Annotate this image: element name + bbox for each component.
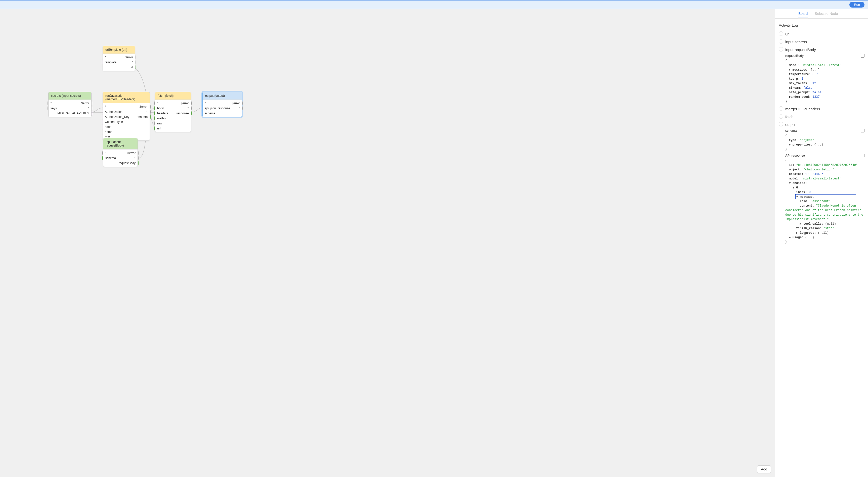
copy-icon[interactable] bbox=[861, 129, 865, 132]
node-title: fetch (fetch) bbox=[155, 92, 191, 100]
port-url: url bbox=[157, 127, 160, 130]
node-title: runJavascript (mergeHTTPHeaders) bbox=[103, 92, 150, 103]
port-content-type: Content-Type bbox=[105, 120, 123, 124]
port-headers-out: headers bbox=[137, 115, 148, 119]
port-star-out: * bbox=[188, 106, 189, 110]
node-title: urlTemplate (url) bbox=[103, 46, 135, 54]
port-error-out: $error bbox=[140, 105, 148, 108]
port-url-out: url bbox=[130, 66, 133, 69]
node-title: input (input-requestBody) bbox=[103, 138, 137, 150]
port-star-out: * bbox=[239, 106, 240, 110]
log-title: fetch bbox=[785, 114, 865, 120]
add-node-button[interactable]: Add bbox=[757, 466, 771, 473]
log-dot-icon bbox=[779, 39, 783, 44]
app-root: Run urlTemplate (url) * $error bbox=[0, 0, 868, 477]
node-fetch[interactable]: fetch (fetch) * $error body * bbox=[155, 92, 191, 132]
json-schema: { type: "object" ▶ properties: {...} } bbox=[785, 133, 865, 152]
log-title: input-requestBody bbox=[785, 46, 865, 53]
copy-icon[interactable] bbox=[861, 54, 865, 58]
activity-log-heading: Activity Log bbox=[779, 23, 865, 27]
port-method: method bbox=[157, 117, 167, 120]
port-response-out: response bbox=[177, 112, 189, 115]
port-authorization-key: Authorization_Key bbox=[105, 115, 129, 119]
log-title: output bbox=[785, 121, 865, 128]
top-bar: Run bbox=[0, 0, 868, 9]
port-star-out: * bbox=[88, 106, 89, 110]
log-title: input-secrets bbox=[785, 39, 865, 45]
log-item-url[interactable]: url bbox=[779, 31, 865, 38]
port-schema: schema bbox=[105, 156, 116, 160]
log-section-label: schema bbox=[785, 129, 797, 132]
port-raw: raw bbox=[157, 122, 162, 125]
port-template: template bbox=[105, 61, 117, 64]
log-item-merge-headers[interactable]: mergeHTTPHeaders bbox=[779, 106, 865, 113]
node-title: output (output) bbox=[203, 92, 242, 100]
port-body: body bbox=[157, 106, 164, 110]
node-secrets[interactable]: secrets (input-secrets) * $error keys * bbox=[48, 92, 92, 117]
json-api-response: { id: "bbab4e57f0c2414585682d0762e25549"… bbox=[785, 158, 865, 244]
log-connector bbox=[781, 111, 781, 114]
graph-canvas[interactable]: urlTemplate (url) * $error template * bbox=[0, 9, 775, 477]
port-star-out: * bbox=[134, 156, 135, 160]
port-error-out: $error bbox=[181, 101, 189, 105]
node-output[interactable]: output (output) * $error api_json_respon… bbox=[203, 92, 242, 117]
panel-tabs: Board Selected Node bbox=[775, 9, 868, 19]
log-connector bbox=[781, 52, 781, 105]
log-dot-icon bbox=[779, 122, 783, 126]
port-headers: headers bbox=[157, 112, 168, 115]
side-panel: Board Selected Node Activity Log url inp… bbox=[775, 9, 868, 477]
activity-log: Activity Log url input-secrets input-req… bbox=[775, 19, 868, 477]
port-schema: schema bbox=[205, 112, 215, 115]
port-code: code bbox=[105, 125, 112, 129]
port-star-in: * bbox=[157, 101, 158, 105]
json-request-body: { model: "mistral-small-latest" ▶ messag… bbox=[785, 59, 865, 104]
log-dot-icon bbox=[779, 31, 783, 36]
node-run-javascript[interactable]: runJavascript (mergeHTTPHeaders) * $erro… bbox=[102, 92, 150, 141]
log-dot-icon bbox=[779, 106, 783, 111]
log-title: mergeHTTPHeaders bbox=[785, 106, 865, 113]
log-dot-icon bbox=[779, 114, 783, 119]
log-item-fetch[interactable]: fetch bbox=[779, 114, 865, 120]
tab-selected-node[interactable]: Selected Node bbox=[814, 9, 838, 18]
node-url-template[interactable]: urlTemplate (url) * $error template * bbox=[102, 46, 135, 71]
port-star-in: * bbox=[105, 105, 106, 108]
main-area: urlTemplate (url) * $error template * bbox=[0, 9, 868, 477]
port-api-json-response: api_json_response bbox=[205, 106, 230, 110]
log-dot-icon bbox=[779, 47, 783, 52]
tab-board[interactable]: Board bbox=[798, 9, 808, 18]
port-keys: keys bbox=[51, 106, 57, 110]
log-connector bbox=[781, 44, 781, 46]
run-button[interactable]: Run bbox=[849, 2, 865, 7]
log-connector bbox=[781, 119, 781, 121]
edges-layer bbox=[0, 9, 775, 477]
port-name: name bbox=[105, 130, 113, 134]
log-section-label: API response bbox=[785, 154, 805, 157]
port-error-out: $error bbox=[232, 101, 240, 105]
log-item-output[interactable]: output schema { type: "object" ▶ propert… bbox=[779, 121, 865, 244]
port-star-in: * bbox=[205, 101, 206, 105]
node-title: secrets (input-secrets) bbox=[49, 92, 91, 100]
node-input-request-body[interactable]: input (input-requestBody) * $error schem… bbox=[103, 138, 138, 167]
port-authorization: Authorization bbox=[105, 110, 122, 114]
port-error-out: $error bbox=[125, 56, 133, 59]
log-item-input-request-body[interactable]: input-requestBody requestBody { model: "… bbox=[779, 46, 865, 104]
copy-icon[interactable] bbox=[861, 154, 865, 157]
port-star-in: * bbox=[51, 101, 52, 105]
port-api-key-out: MISTRAL_AI_API_KEY bbox=[57, 112, 89, 115]
log-section-label: requestBody bbox=[785, 54, 804, 58]
port-request-body-out: requestBody bbox=[119, 161, 135, 165]
log-item-input-secrets[interactable]: input-secrets bbox=[779, 39, 865, 45]
port-star-out: * bbox=[146, 110, 148, 114]
port-star-in: * bbox=[105, 56, 106, 59]
port-star-out: * bbox=[132, 61, 133, 64]
port-star-in: * bbox=[105, 151, 106, 155]
port-error-out: $error bbox=[127, 151, 135, 155]
log-connector bbox=[781, 36, 781, 39]
port-error-out: $error bbox=[81, 101, 89, 105]
log-title: url bbox=[785, 31, 865, 38]
